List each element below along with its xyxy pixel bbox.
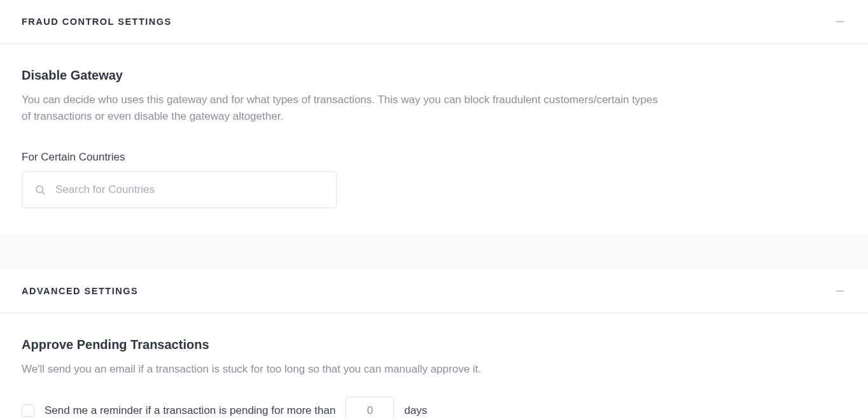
minus-icon	[834, 285, 846, 297]
reminder-checkbox[interactable]	[22, 404, 34, 417]
advanced-settings-body: Approve Pending Transactions We'll send …	[0, 313, 868, 419]
minus-icon	[834, 15, 846, 28]
reminder-days-input[interactable]	[346, 397, 394, 419]
approve-pending-heading: Approve Pending Transactions	[22, 337, 846, 352]
countries-label: For Certain Countries	[22, 151, 846, 164]
advanced-settings-header[interactable]: ADVANCED SETTINGS	[0, 269, 868, 313]
disable-gateway-description: You can decide who uses this gateway and…	[22, 92, 658, 125]
countries-search-input[interactable]	[22, 171, 337, 208]
fraud-settings-header[interactable]: FRAUD CONTROL SETTINGS	[0, 0, 868, 44]
svg-line-2	[42, 192, 44, 194]
reminder-label-post: days	[404, 404, 427, 417]
fraud-settings-body: Disable Gateway You can decide who uses …	[0, 44, 868, 234]
disable-gateway-heading: Disable Gateway	[22, 68, 846, 83]
svg-point-1	[36, 186, 43, 193]
search-icon	[34, 184, 46, 195]
reminder-label-pre: Send me a reminder if a transaction is p…	[45, 404, 335, 417]
advanced-settings-title: ADVANCED SETTINGS	[22, 286, 138, 296]
fraud-settings-title: FRAUD CONTROL SETTINGS	[22, 17, 172, 27]
approve-pending-description: We'll send you an email if a transaction…	[22, 361, 658, 378]
section-divider	[0, 234, 868, 269]
